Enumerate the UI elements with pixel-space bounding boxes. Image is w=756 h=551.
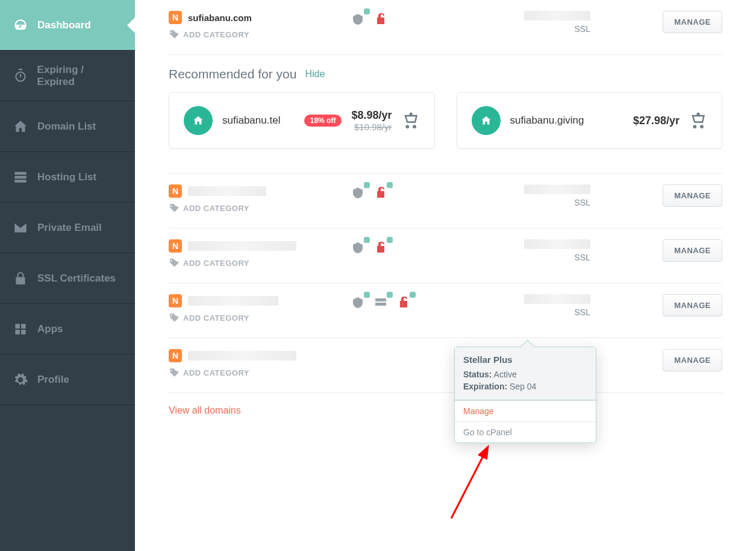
provider-badge-icon: N <box>169 239 182 253</box>
sidebar-item-domain-list[interactable]: Domain List <box>0 101 135 152</box>
sidebar-item-label: Apps <box>37 323 63 335</box>
placeholder-bar <box>524 239 590 249</box>
gear-icon <box>12 371 29 388</box>
manage-button[interactable]: MANAGE <box>663 349 722 371</box>
ssl-label: SSL <box>575 253 590 262</box>
gauge-icon <box>12 17 29 34</box>
provider-badge-icon: N <box>169 11 182 24</box>
tag-plus-icon <box>169 257 180 268</box>
sidebar-item-profile[interactable]: Profile <box>0 354 135 405</box>
tag-plus-icon <box>169 203 180 213</box>
hosting-icon[interactable] <box>372 294 389 311</box>
placeholder-bar <box>524 184 590 194</box>
svg-line-0 <box>451 448 487 518</box>
ssl-label: SSL <box>575 198 590 207</box>
view-all-domains-link[interactable]: View all domains <box>169 393 722 428</box>
add-category-label: ADD CATEGORY <box>183 30 249 39</box>
lock-open-icon[interactable] <box>395 294 412 311</box>
add-category-label: ADD CATEGORY <box>183 204 249 213</box>
shield-home-icon[interactable] <box>349 239 366 256</box>
recommended-card: sufiabanu.tel 18% off $8.98/yr $10.98/yr <box>169 92 435 149</box>
sidebar-item-label: Domain List <box>37 121 96 133</box>
tag-plus-icon <box>169 312 180 323</box>
add-category-link[interactable]: ADD CATEGORY <box>169 29 349 40</box>
tag-plus-icon <box>169 29 180 40</box>
manage-button[interactable]: MANAGE <box>663 294 722 316</box>
popover-manage-link[interactable]: Manage <box>455 400 596 421</box>
hosting-popover: Stellar Plus Status: Active Expiration: … <box>454 347 596 443</box>
placeholder-bar <box>188 186 266 196</box>
stopwatch-icon <box>12 68 29 84</box>
main-content: N sufiabanu.com ADD CATEGORY SSL MANAGE … <box>135 0 756 551</box>
sidebar-item-apps[interactable]: Apps <box>0 304 135 354</box>
placeholder-bar <box>188 351 296 361</box>
shield-home-icon[interactable] <box>349 184 366 201</box>
sidebar-item-ssl[interactable]: SSL Certificates <box>0 253 135 304</box>
sidebar: Dashboard Expiring / Expired Domain List… <box>0 0 135 551</box>
sidebar-item-label: Private Email <box>37 222 102 234</box>
domain-row: N ADD CATEGORY SSL MANAGE <box>169 228 722 283</box>
add-to-cart-icon[interactable] <box>402 112 420 130</box>
discount-badge: 18% off <box>304 115 342 127</box>
sidebar-item-hosting-list[interactable]: Hosting List <box>0 152 135 203</box>
manage-button[interactable]: MANAGE <box>663 239 722 262</box>
sidebar-item-label: Hosting List <box>37 171 96 183</box>
domain-row: N ADD CATEGORY SSL MANAGE <box>169 338 722 393</box>
add-category-link[interactable]: ADD CATEGORY <box>169 312 349 323</box>
tag-plus-icon <box>169 367 180 378</box>
sidebar-item-dashboard[interactable]: Dashboard <box>0 0 135 51</box>
add-category-link[interactable]: ADD CATEGORY <box>169 203 349 213</box>
add-to-cart-icon[interactable] <box>689 112 707 130</box>
annotation-arrow-icon <box>445 443 499 523</box>
sidebar-item-label: Profile <box>37 374 69 386</box>
popover-status-value: Active <box>494 370 517 379</box>
placeholder-bar <box>524 294 590 304</box>
popover-expiration-value: Sep 04 <box>510 382 536 391</box>
ssl-label: SSL <box>575 307 590 317</box>
domain-row: N ADD CATEGORY SSL MANAGE <box>169 174 722 228</box>
sidebar-item-label: SSL Certificates <box>37 272 116 285</box>
domain-name: sufiabanu.com <box>188 13 252 23</box>
old-price: $10.98/yr <box>351 122 392 132</box>
home-circle-icon <box>184 106 213 135</box>
popover-cpanel-link[interactable]: Go to cPanel <box>455 421 596 442</box>
placeholder-bar <box>188 241 296 251</box>
status-icons <box>349 11 482 28</box>
popover-title: Stellar Plus <box>463 354 587 365</box>
recommended-card: sufiabanu.giving $27.98/yr <box>457 92 723 149</box>
lock-open-icon[interactable] <box>372 239 389 256</box>
sidebar-item-label: Expiring / Expired <box>37 64 123 88</box>
sidebar-item-label: Dashboard <box>37 19 91 31</box>
provider-badge-icon: N <box>169 349 182 362</box>
lock-open-icon[interactable] <box>372 184 389 201</box>
recommended-title: Recommended for you <box>169 67 296 81</box>
manage-button[interactable]: MANAGE <box>663 11 722 33</box>
provider-badge-icon: N <box>169 294 182 307</box>
recommended-header: Recommended for you Hide <box>169 55 722 92</box>
add-category-link[interactable]: ADD CATEGORY <box>169 367 349 378</box>
sidebar-item-expiring[interactable]: Expiring / Expired <box>0 51 135 101</box>
lock-icon <box>12 270 29 287</box>
add-category-label: ADD CATEGORY <box>183 313 249 323</box>
placeholder-bar <box>188 296 278 306</box>
manage-button[interactable]: MANAGE <box>663 184 722 207</box>
hide-link[interactable]: Hide <box>305 69 325 80</box>
provider-badge-icon: N <box>169 184 182 198</box>
price: $27.98/yr <box>633 115 679 127</box>
domain-row: N sufiabanu.com ADD CATEGORY SSL MANAGE <box>169 0 722 55</box>
placeholder-bar <box>524 11 590 20</box>
add-category-link[interactable]: ADD CATEGORY <box>169 257 349 268</box>
recommended-domain-name: sufiabanu.tel <box>222 115 295 127</box>
recommended-domain-name: sufiabanu.giving <box>510 115 623 127</box>
envelope-icon <box>12 219 29 236</box>
recommended-cards: sufiabanu.tel 18% off $8.98/yr $10.98/yr… <box>169 92 722 174</box>
domain-row: N ADD CATEGORY SSL MANAGE <box>169 283 722 338</box>
shield-home-icon[interactable] <box>349 294 366 311</box>
shield-home-icon[interactable] <box>349 11 366 28</box>
popover-status-label: Status: <box>463 370 492 379</box>
lock-open-icon[interactable] <box>372 11 389 28</box>
home-circle-icon <box>472 106 501 135</box>
popover-expiration-label: Expiration: <box>463 382 507 391</box>
add-category-label: ADD CATEGORY <box>183 259 249 268</box>
sidebar-item-private-email[interactable]: Private Email <box>0 203 135 253</box>
